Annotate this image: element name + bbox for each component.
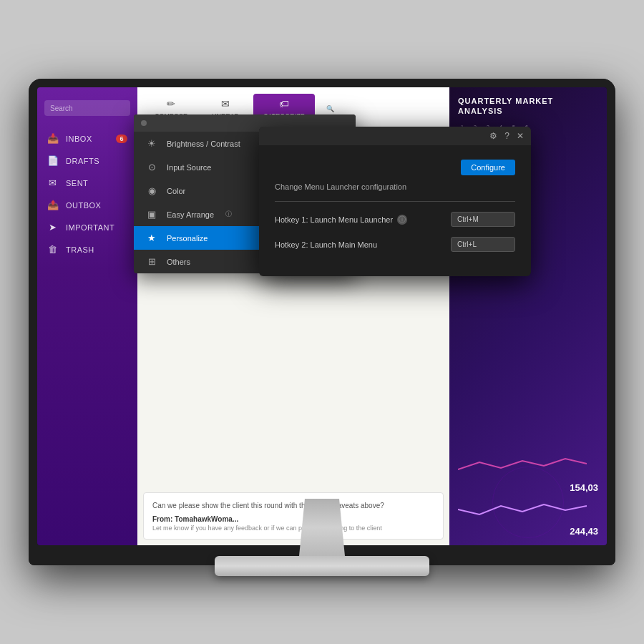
inbox-badge: 6	[116, 135, 127, 143]
important-icon: ➤	[47, 222, 59, 233]
config-dialog: ⚙ ? ✕ Configure Change Menu Launcher con…	[259, 127, 531, 276]
brightness-icon: ☀	[145, 138, 158, 149]
easy-arrange-info-icon: ⓘ	[225, 210, 232, 219]
personalize-label: Personalize	[167, 234, 208, 243]
others-label: Others	[167, 258, 190, 266]
hotkey2-input[interactable]	[451, 237, 515, 252]
hotkey1-label-text: Hotkey 1: Launch Menu Launcher	[275, 215, 393, 224]
categorize-icon: 🏷	[279, 98, 289, 109]
sidebar: Search 📥 INBOX 6 📄 DRAFTS ✉	[37, 87, 137, 545]
inbox-label: INBOX	[66, 135, 92, 143]
outbox-label: OUTBOX	[66, 201, 101, 210]
sidebar-item-important[interactable]: ➤ IMPORTANT	[37, 216, 137, 238]
dot-1	[141, 120, 147, 126]
personalize-icon: ★	[145, 233, 158, 243]
window-dots	[141, 120, 147, 126]
config-section-title: Change Menu Launcher configuration	[275, 182, 515, 191]
hotkey1-info-icon: ⓘ	[397, 215, 407, 225]
hotkey2-label: Hotkey 2: Launch Main Menu	[275, 240, 377, 249]
easy-arrange-label: Easy Arrange	[167, 210, 214, 219]
color-label: Color	[167, 187, 185, 195]
monitor-bezel: — □ ✕ Search 📥 INBOX 6	[29, 79, 615, 565]
config-btn-row: Configure	[275, 160, 515, 175]
input-icon: ⊙	[145, 162, 158, 172]
easy-arrange-icon: ▣	[145, 209, 158, 220]
outbox-icon: 📤	[47, 200, 59, 210]
sidebar-item-outbox[interactable]: 📤 OUTBOX	[37, 194, 137, 216]
sidebar-item-drafts[interactable]: 📄 DRAFTS	[37, 150, 137, 172]
search-box[interactable]: Search	[44, 100, 130, 116]
sent-icon: ✉	[47, 177, 59, 188]
chart-title: QUARTERLY MARKET ANALYSIS	[458, 96, 598, 117]
monitor-stand-base	[215, 556, 429, 576]
inbox-icon: 📥	[47, 133, 59, 144]
trash-label: TRASH	[66, 245, 94, 254]
hotkey2-label-text: Hotkey 2: Launch Main Menu	[275, 240, 377, 249]
config-row-hotkey2: Hotkey 2: Launch Main Menu	[275, 237, 515, 252]
sent-label: SENT	[66, 179, 88, 187]
others-icon: ⊞	[145, 256, 158, 267]
monitor-screen: — □ ✕ Search 📥 INBOX 6	[37, 87, 607, 545]
unread-icon: ✉	[221, 98, 230, 109]
search-placeholder: Search	[50, 104, 73, 112]
sidebar-item-inbox[interactable]: 📥 INBOX 6	[37, 127, 137, 150]
drafts-label: DRAFTS	[66, 157, 99, 165]
compose-icon: ✏	[167, 98, 175, 109]
config-row-hotkey1: Hotkey 1: Launch Menu Launcher ⓘ	[275, 212, 515, 227]
config-settings-icon[interactable]: ⚙	[489, 131, 497, 141]
config-dialog-body: Configure Change Menu Launcher configura…	[259, 145, 531, 276]
monitor: — □ ✕ Search 📥 INBOX 6	[29, 79, 615, 565]
input-label: Input Source	[167, 163, 211, 172]
sidebar-item-trash[interactable]: 🗑 TRASH	[37, 238, 137, 260]
monitor-stand-neck	[293, 499, 351, 556]
configure-button[interactable]: Configure	[461, 160, 515, 175]
trash-icon: 🗑	[47, 244, 59, 255]
color-icon: ◉	[145, 185, 158, 196]
drafts-icon: 📄	[47, 155, 59, 166]
config-help-icon[interactable]: ?	[504, 131, 509, 141]
search-icon: 🔍	[326, 105, 334, 112]
globe-decoration	[492, 467, 564, 538]
brightness-label: Brightness / Contrast	[167, 140, 240, 148]
config-separator	[275, 201, 515, 202]
sidebar-item-sent[interactable]: ✉ SENT	[37, 172, 137, 194]
important-label: IMPORTANT	[66, 223, 114, 232]
config-close-icon[interactable]: ✕	[517, 131, 524, 141]
screen-content: Search 📥 INBOX 6 📄 DRAFTS ✉	[37, 87, 607, 545]
hotkey1-input[interactable]	[451, 212, 515, 227]
hotkey1-label: Hotkey 1: Launch Menu Launcher ⓘ	[275, 215, 407, 225]
config-dialog-header: ⚙ ? ✕	[259, 127, 531, 145]
